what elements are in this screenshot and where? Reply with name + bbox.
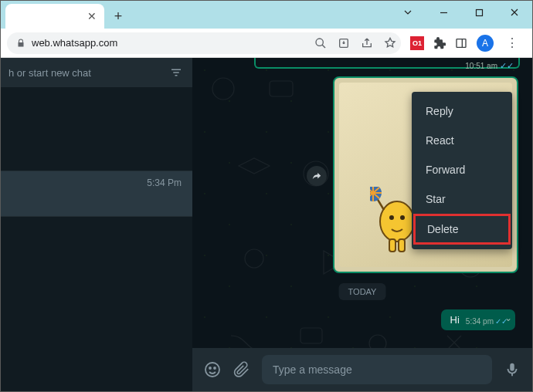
dropdown-caret-icon[interactable] xyxy=(390,1,426,24)
svg-point-15 xyxy=(389,215,394,220)
extensions-icon[interactable] xyxy=(433,37,446,49)
svg-rect-0 xyxy=(476,9,482,15)
mic-icon[interactable] xyxy=(503,360,521,379)
outgoing-message-bubble[interactable]: Hi 5:34 pm ✓✓ ⌄ xyxy=(441,309,515,330)
ctx-delete[interactable]: Delete xyxy=(413,214,511,245)
read-ticks-icon: ✓✓ xyxy=(500,61,514,71)
url-text: web.whatsapp.com xyxy=(32,37,117,49)
panel-icon[interactable] xyxy=(455,37,467,49)
svg-point-23 xyxy=(214,367,216,369)
message-input[interactable]: Type a message xyxy=(262,355,492,384)
chevron-down-icon[interactable]: ⌄ xyxy=(504,313,512,323)
message-context-menu: Reply React Forward Star Delete xyxy=(412,92,512,249)
ctx-star[interactable]: Star xyxy=(412,184,512,214)
svg-point-1 xyxy=(316,39,323,46)
browser-menu-icon[interactable]: ⋮ xyxy=(503,35,521,50)
url-field[interactable]: web.whatsapp.com xyxy=(7,32,401,54)
svg-rect-3 xyxy=(457,39,466,47)
ctx-react[interactable]: React xyxy=(412,126,512,155)
forward-shortcut-icon[interactable] xyxy=(307,166,327,186)
message-text: Hi xyxy=(450,314,460,326)
install-icon[interactable] xyxy=(338,37,350,49)
filter-icon[interactable] xyxy=(169,66,185,79)
close-tab-icon[interactable]: ✕ xyxy=(87,11,98,22)
ctx-forward[interactable]: Forward xyxy=(412,155,512,184)
chat-item-time: 5:34 Pm xyxy=(147,177,182,188)
whatsapp-app: h or start new chat 5:34 Pm xyxy=(1,58,532,391)
search-icon[interactable] xyxy=(314,37,327,49)
svg-rect-19 xyxy=(389,239,396,252)
chat-list-sidebar: h or start new chat 5:34 Pm xyxy=(1,58,192,391)
svg-point-21 xyxy=(205,363,219,377)
svg-rect-20 xyxy=(399,239,405,252)
prev-message-time: 10:51 am ✓✓ xyxy=(465,61,514,71)
window-minimize-button[interactable] xyxy=(426,1,461,24)
svg-point-16 xyxy=(400,215,405,220)
browser-titlebar: ✕ + xyxy=(1,1,532,29)
share-icon[interactable] xyxy=(361,37,373,49)
browser-tab[interactable]: ✕ xyxy=(5,4,104,29)
profile-avatar[interactable]: A xyxy=(477,35,494,52)
message-composer: Type a message xyxy=(192,348,532,391)
window-maximize-button[interactable] xyxy=(461,1,497,24)
svg-point-14 xyxy=(380,201,414,242)
svg-point-22 xyxy=(209,367,211,369)
message-meta: 5:34 pm ✓✓ xyxy=(466,317,508,326)
ctx-reply[interactable]: Reply xyxy=(412,96,512,126)
date-divider: TODAY xyxy=(339,283,386,300)
extension-badge[interactable]: O1 xyxy=(410,36,424,50)
attach-icon[interactable] xyxy=(233,360,251,379)
bookmark-star-icon[interactable] xyxy=(384,37,396,49)
message-input-placeholder: Type a message xyxy=(273,363,352,376)
messages-area: 10:51 am ✓✓ xyxy=(192,58,532,348)
lock-icon xyxy=(16,39,25,48)
search-placeholder: h or start new chat xyxy=(8,67,169,79)
window-close-button[interactable] xyxy=(497,1,532,24)
chat-list-item[interactable]: 5:34 Pm xyxy=(1,171,192,217)
search-chats-input[interactable]: h or start new chat xyxy=(1,58,192,87)
conversation-pane: 10:51 am ✓✓ xyxy=(192,58,532,391)
browser-address-bar: web.whatsapp.com O1 A ⋮ xyxy=(1,29,532,58)
emoji-icon[interactable] xyxy=(203,360,222,379)
new-tab-button[interactable]: + xyxy=(107,5,129,27)
